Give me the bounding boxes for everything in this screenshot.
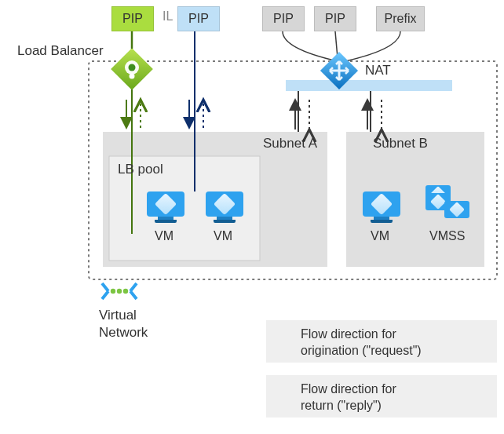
vmss-icon <box>425 185 468 220</box>
subnet-b-label: Subnet B <box>373 136 428 151</box>
vm-icon-2 <box>206 191 243 223</box>
legend-request: Flow direction for origination ("request… <box>266 320 497 363</box>
svg-point-3 <box>129 64 136 71</box>
vm-icon-1 <box>147 191 184 223</box>
prefix-box: Prefix <box>376 6 425 31</box>
conn-pip-gray1 <box>283 31 338 61</box>
vnet-label: Virtual Network <box>99 307 148 341</box>
vm-label-3: VM <box>371 229 389 243</box>
legend-request-text: Flow direction for origination ("request… <box>301 326 422 359</box>
svg-point-14 <box>117 289 122 294</box>
pip-box-green: PIP <box>111 6 154 31</box>
lb-pool-label: LB pool <box>118 162 163 177</box>
vm-label-1: VM <box>155 229 173 243</box>
lb-label: Load Balancer <box>17 43 104 59</box>
vm-label-2: VM <box>214 229 232 243</box>
svg-point-4 <box>130 74 135 79</box>
il-label: IL <box>163 9 173 24</box>
nat-label: NAT <box>365 63 391 78</box>
legend-reply: Flow direction for return ("reply") <box>266 375 497 418</box>
lb-icon <box>111 48 153 90</box>
legend-reply-text: Flow direction for return ("reply") <box>301 381 396 414</box>
svg-point-13 <box>111 289 115 294</box>
vnet-icon <box>102 283 137 299</box>
pip-box-blue: PIP <box>177 6 220 31</box>
svg-point-15 <box>123 289 128 294</box>
vmss-label: VMSS <box>429 229 465 243</box>
pip-box-gray-1: PIP <box>262 6 305 31</box>
conn-prefix <box>345 31 400 61</box>
subnet-a-label: Subnet A <box>263 136 317 151</box>
pip-box-gray-2: PIP <box>314 6 356 31</box>
nat-bar <box>286 80 452 91</box>
vm-icon-3 <box>363 191 400 223</box>
